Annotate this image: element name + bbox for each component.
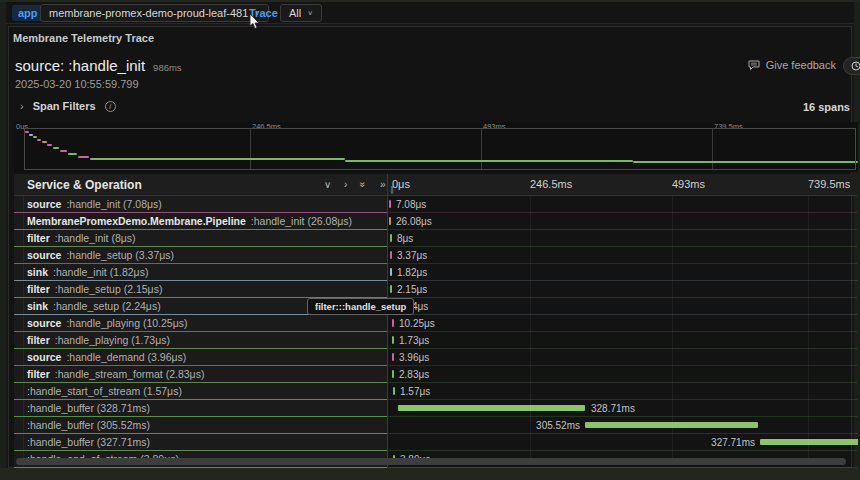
span-name-cell[interactable]: sink:handle_init (1.82μs) <box>14 264 387 281</box>
table-row[interactable]: filter:handle_init (8μs)8μs <box>14 230 858 247</box>
span-name-cell[interactable]: source:handle_setup (3.37μs) <box>14 247 387 264</box>
timeline-tick-label: 739.5ms <box>808 178 850 190</box>
span-filters-label: Span Filters <box>33 100 96 112</box>
span-timeline-cell[interactable]: 3.37μs <box>388 247 858 264</box>
table-row[interactable]: MembranePromexDemo.Membrane.Pipeline:han… <box>14 213 858 230</box>
span-name-cell[interactable]: filter:handle_setup (2.15μs) <box>14 281 387 298</box>
table-row[interactable]: filter:handle_stream_format (2.83μs)2.83… <box>14 366 858 383</box>
collapse-all-icon[interactable]: » <box>360 179 366 190</box>
span-duration: 305.52ms <box>536 417 580 434</box>
span-service: sink <box>27 266 48 278</box>
timeline-minimap[interactable]: 0us 246.5ms 493ms 739.5ms <box>14 122 858 172</box>
info-icon[interactable]: i <box>105 101 116 112</box>
span-bar <box>760 439 858 445</box>
span-name-cell[interactable]: :handle_buffer (328.71ms) <box>14 400 387 417</box>
table-row[interactable]: :handle_buffer (327.71ms)327.71ms <box>14 434 858 451</box>
span-timeline-cell[interactable]: 2.24μs <box>388 298 858 315</box>
span-name-cell[interactable]: source:handle_init (7.08μs) <box>14 196 387 213</box>
span-name-cell[interactable]: filter:handle_init (8μs) <box>14 230 387 247</box>
chevron-right-icon[interactable]: › <box>344 179 347 190</box>
span-service: sink <box>27 300 48 312</box>
table-row[interactable]: sink:handle_setup (2.24μs)2.24μs <box>14 298 858 315</box>
span-operation: :handle_playing (1.73μs) <box>55 334 170 346</box>
span-duration: 2.15μs <box>397 281 427 298</box>
span-name-cell[interactable]: filter:handle_playing (1.73μs) <box>14 332 387 349</box>
trace-timestamp: 2025-03-20 10:55:59.799 <box>15 78 139 90</box>
table-row[interactable]: :handle_buffer (305.52ms)305.52ms <box>14 417 858 434</box>
screen: { "topbar": { "app_badge": "app", "proje… <box>0 0 860 480</box>
clock-icon <box>851 61 860 71</box>
table-row[interactable]: source:handle_demand (3.96μs)3.96μs <box>14 349 858 366</box>
table-row[interactable]: sink:handle_init (1.82μs)1.82μs <box>14 264 858 281</box>
span-timeline-cell[interactable]: 1.82μs <box>388 264 858 281</box>
span-name-cell[interactable]: :handle_buffer (305.52ms) <box>14 417 387 434</box>
span-operation: :handle_buffer (327.71ms) <box>27 436 150 448</box>
span-timeline-cell[interactable]: 328.71ms <box>388 400 858 417</box>
span-operation: :handle_setup (2.15μs) <box>55 283 163 295</box>
scope-dropdown[interactable]: All ∨ <box>280 4 322 22</box>
give-feedback-button[interactable]: Give feedback <box>748 59 836 71</box>
span-name-cell[interactable]: MembranePromexDemo.Membrane.Pipeline:han… <box>14 213 387 230</box>
span-timeline-cell[interactable]: 327.71ms <box>388 434 858 451</box>
span-duration: 2.83μs <box>399 366 429 383</box>
table-row[interactable]: filter:handle_playing (1.73μs)1.73μs <box>14 332 858 349</box>
span-timeline-cell[interactable]: 26.08μs <box>388 213 858 230</box>
span-duration: 327.71ms <box>711 434 755 451</box>
scope-dropdown-label: All <box>289 7 301 19</box>
service-operation-header: Service & Operation <box>27 178 142 192</box>
span-name-cell[interactable]: source:handle_demand (3.96μs) <box>14 349 387 366</box>
span-tick <box>392 370 394 378</box>
project-dropdown[interactable]: membrane-promex-demo-proud-leaf-481 ∨ <box>40 4 269 22</box>
trace-table-body: source:handle_init (7.08μs)7.08μs Membra… <box>14 196 858 468</box>
span-name-cell[interactable]: :handle_buffer (327.71ms) <box>14 434 387 451</box>
span-timeline-cell[interactable]: 8μs <box>388 230 858 247</box>
span-service: filter <box>27 232 50 244</box>
span-duration: 26.08μs <box>396 213 432 230</box>
span-timeline-cell[interactable]: 7.08μs <box>388 196 858 213</box>
span-operation: :handle_init (1.82μs) <box>53 266 148 278</box>
span-timeline-cell[interactable]: 10.25μs <box>388 315 858 332</box>
span-operation: :handle_buffer (305.52ms) <box>27 419 150 431</box>
table-row[interactable]: filter:handle_setup (2.15μs)2.15μs <box>14 281 858 298</box>
span-name-cell[interactable]: filter:handle_stream_format (2.83μs) <box>14 366 387 383</box>
span-operation: :handle_setup (2.24μs) <box>53 300 161 312</box>
span-timeline-cell[interactable]: 1.73μs <box>388 332 858 349</box>
chevron-down-icon[interactable]: ∨ <box>324 179 331 190</box>
span-name-cell[interactable]: source:handle_playing (10.25μs) <box>14 315 387 332</box>
column-resizer[interactable] <box>387 174 388 468</box>
table-row[interactable]: source:handle_setup (3.37μs)3.37μs <box>14 247 858 264</box>
table-row[interactable]: source:handle_playing (10.25μs)10.25μs <box>14 315 858 332</box>
horizontal-scrollbar[interactable] <box>16 458 846 465</box>
table-row[interactable]: source:handle_init (7.08μs)7.08μs <box>14 196 858 213</box>
span-tick <box>390 285 392 293</box>
timeline-gridline <box>530 196 531 460</box>
span-filters-toggle[interactable]: › Span Filters i <box>20 100 116 112</box>
span-tick <box>392 319 394 327</box>
span-duration: 3.96μs <box>399 349 429 366</box>
table-row[interactable]: :handle_buffer (328.71ms)328.71ms <box>14 400 858 417</box>
span-operation: :handle_demand (3.96μs) <box>66 351 186 363</box>
span-timeline-cell[interactable]: 305.52ms <box>388 417 858 434</box>
span-service: source <box>27 198 61 210</box>
span-duration: 1.73μs <box>399 332 429 349</box>
span-timeline-cell[interactable]: 2.15μs <box>388 281 858 298</box>
timeline-gridline <box>672 196 673 460</box>
timer-button[interactable]: T <box>843 57 860 75</box>
span-service: MembranePromexDemo.Membrane.Pipeline <box>27 215 246 227</box>
mouse-cursor <box>249 14 261 30</box>
span-tick <box>390 251 392 259</box>
app-badge[interactable]: app <box>12 5 44 21</box>
span-timeline-cell[interactable]: 1.57μs <box>388 383 858 400</box>
minimap-viewport[interactable] <box>24 128 856 170</box>
span-operation: :handle_setup (3.37μs) <box>66 249 174 261</box>
span-name-cell[interactable]: :handle_start_of_stream (1.57μs) <box>14 383 387 400</box>
table-row[interactable]: :handle_start_of_stream (1.57μs)1.57μs <box>14 383 858 400</box>
timeline-tick-label: 0μs <box>392 178 410 190</box>
span-service: filter <box>27 283 50 295</box>
expand-all-icon[interactable]: » <box>380 179 386 190</box>
give-feedback-label: Give feedback <box>766 59 836 71</box>
span-duration: 10.25μs <box>399 315 435 332</box>
span-timeline-cell[interactable]: 3.96μs <box>388 349 858 366</box>
span-duration: 8μs <box>397 230 413 247</box>
span-timeline-cell[interactable]: 2.83μs <box>388 366 858 383</box>
